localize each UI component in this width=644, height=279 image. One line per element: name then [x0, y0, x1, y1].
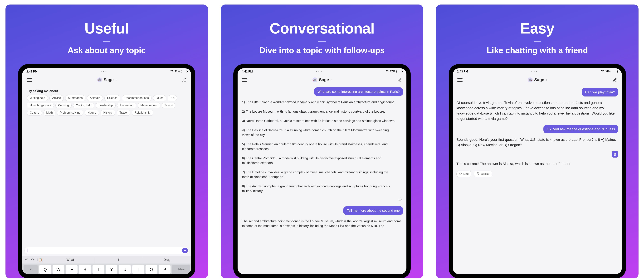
topic-chip[interactable]: Culture [27, 110, 42, 116]
topic-chip[interactable]: Writing help [27, 95, 48, 101]
key-tab[interactable]: tab [24, 265, 38, 274]
nav-title[interactable]: 🤖 Sage › [312, 77, 332, 82]
divider [534, 41, 541, 42]
keyboard-suggestion-bar: ↶ ↷ 📋 WhatIDrug [22, 256, 191, 264]
nav-title[interactable]: 🤖 Sage › [528, 77, 547, 82]
nav-title-text: Sage [104, 77, 114, 82]
keyboard-suggestion[interactable]: Drug [143, 257, 191, 263]
nav-title-text: Sage [319, 77, 329, 82]
topic-chip[interactable]: Advice [50, 95, 64, 101]
promo-card-conversational: Conversational Dive into a topic with fo… [221, 4, 423, 278]
topic-chip[interactable]: Animals [87, 95, 103, 101]
card-heading: Useful [84, 20, 129, 37]
chat-content: What are some interesting architecture p… [238, 85, 406, 274]
topic-chip[interactable]: History [100, 110, 115, 116]
tablet-screen: 2:43 PM • • • 32% 🤖 Sage › [453, 68, 622, 274]
divider [318, 41, 326, 42]
battery-percent: 27% [390, 70, 395, 73]
bot-avatar-icon: 🤖 [312, 77, 317, 82]
tablet-frame: 4:41 PM • • • 27% 🤖 Sage › [233, 64, 411, 278]
topic-chip[interactable]: Problem solving [57, 110, 83, 116]
nav-title[interactable]: 🤖 Sage › [97, 77, 116, 82]
card-subtitle: Ask about any topic [68, 45, 146, 55]
card-heading: Conversational [270, 20, 374, 37]
user-message: Tell me more about the second one [343, 206, 403, 215]
key-delete[interactable]: delete [172, 265, 190, 274]
topic-chip[interactable]: Innovation [117, 103, 136, 108]
topic-chip[interactable]: Management [138, 103, 160, 108]
bot-message: Of course! I love trivia games. Trivia o… [456, 100, 618, 121]
message-field[interactable] [28, 249, 182, 252]
topic-chip[interactable]: Recommendations [122, 95, 152, 101]
topic-chip[interactable]: Science [104, 95, 120, 101]
topic-chip[interactable]: Jokes [153, 95, 166, 101]
tablet-frame: 2:43 PM • • • 32% 🤖 Sage › [449, 64, 626, 278]
topic-chip[interactable]: How things work [27, 103, 54, 108]
chevron-right-icon: › [331, 78, 332, 81]
status-bar: 2:43 PM • • • 32% [22, 68, 191, 75]
bot-message: The second architecture point mentioned … [241, 219, 403, 228]
wifi-icon [386, 70, 389, 73]
card-subtitle: Dive into a topic with follow-ups [259, 45, 385, 55]
keyboard-suggestion[interactable]: I [94, 257, 143, 263]
chip-list: Writing helpAdviceSummariesAnimalsScienc… [27, 95, 186, 116]
undo-icon[interactable]: ↶ [25, 258, 28, 262]
message-input[interactable] [24, 247, 189, 254]
wifi-icon [170, 70, 174, 73]
ellipsis-icon: • • • [101, 70, 107, 73]
key-r[interactable]: R [79, 265, 91, 274]
send-button[interactable] [182, 248, 188, 253]
user-message: What are some interesting architecture p… [314, 87, 403, 96]
ellipsis-icon: • • • [316, 70, 322, 73]
key-o[interactable]: O [146, 265, 157, 274]
keyboard: tabQWERTYUIOPdelete [22, 264, 191, 274]
keyboard-suggestion[interactable]: What [46, 257, 94, 263]
menu-icon[interactable] [458, 78, 462, 82]
like-button[interactable]: Like [456, 171, 472, 177]
nav-bar: 🤖 Sage › [238, 75, 406, 85]
topic-chip[interactable]: Coding help [73, 103, 94, 108]
prompt-title: Try asking me about [27, 89, 186, 93]
topic-chip[interactable]: Relationship [132, 110, 153, 116]
battery-percent: 32% [605, 70, 610, 73]
status-time: 2:43 PM [26, 70, 38, 73]
user-message: Ok, you ask me the questions and I'll gu… [544, 125, 618, 133]
topic-chip[interactable]: Math [44, 110, 56, 116]
key-w[interactable]: W [52, 265, 64, 274]
divider [103, 41, 110, 42]
key-t[interactable]: T [92, 265, 104, 274]
thumbs-down-icon [477, 172, 480, 176]
clipboard-icon[interactable]: 📋 [38, 258, 43, 262]
key-q[interactable]: Q [39, 265, 51, 274]
key-i[interactable]: I [132, 265, 144, 274]
redo-icon[interactable]: ↷ [31, 258, 34, 262]
feedback-row: Like Dislike [456, 170, 618, 177]
bot-message: That's correct! The answer is Alaska, wh… [456, 161, 618, 166]
key-u[interactable]: U [119, 265, 130, 274]
menu-icon[interactable] [242, 78, 247, 82]
nav-bar: 🤖 Sage › [22, 75, 191, 85]
card-subtitle: Like chatting with a friend [487, 45, 588, 55]
compose-icon[interactable] [612, 77, 617, 82]
battery-icon [612, 70, 618, 73]
menu-icon[interactable] [27, 78, 32, 82]
topic-chip[interactable]: Art [168, 95, 177, 101]
bot-message: 1) The Eiffel Tower, a world-renowned la… [241, 100, 397, 193]
key-e[interactable]: E [66, 265, 78, 274]
battery-icon [396, 70, 402, 73]
key-p[interactable]: P [159, 265, 170, 274]
status-time: 4:41 PM [242, 70, 253, 73]
topic-chip[interactable]: Songs [162, 103, 175, 108]
topic-chip[interactable]: Cooking [56, 103, 72, 108]
topic-chip[interactable]: Nature [85, 110, 99, 116]
topic-chip[interactable]: Summaries [65, 95, 86, 101]
compose-icon[interactable] [182, 77, 186, 82]
topic-chip[interactable]: Travel [117, 110, 130, 116]
topic-chip[interactable]: Leadership [96, 103, 116, 108]
dislike-button[interactable]: Dislike [474, 171, 492, 177]
card-heading: Easy [520, 20, 554, 37]
share-icon[interactable] [398, 197, 402, 202]
compose-icon[interactable] [397, 77, 402, 82]
key-y[interactable]: Y [106, 265, 117, 274]
nav-title-text: Sage [534, 77, 544, 82]
